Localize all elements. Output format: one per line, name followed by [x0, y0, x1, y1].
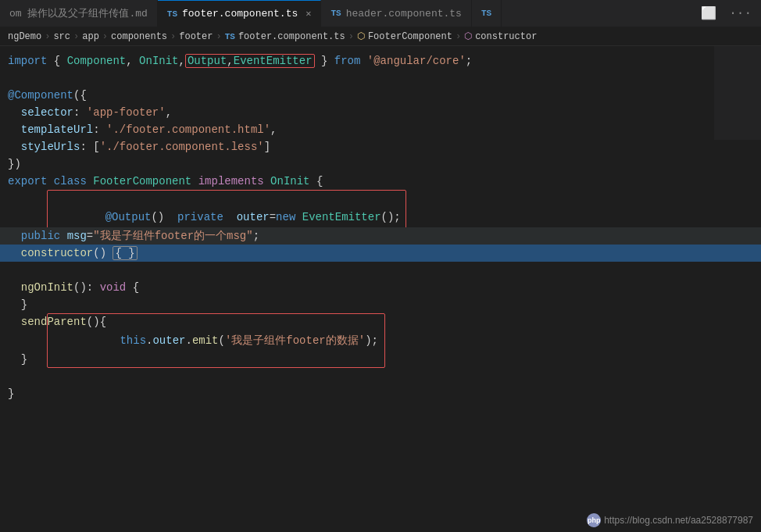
breadcrumb-filename: footer.component.ts: [238, 31, 345, 42]
code-line-blank-4: [0, 368, 761, 385]
breadcrumb-part-3: app: [82, 31, 99, 42]
code-line-component: @Component({: [0, 87, 761, 104]
ts-icon-last: TS: [481, 9, 491, 18]
split-editor-button[interactable]: ⬜: [698, 4, 720, 23]
breadcrumb-part-1: ngDemo: [8, 31, 41, 42]
breadcrumb: ngDemo › src › app › components › footer…: [0, 27, 761, 46]
breadcrumb-class: FooterComponent: [368, 31, 452, 42]
watermark: php https://blog.csdn.net/aa2528877987: [587, 513, 753, 527]
breadcrumb-part-2: src: [53, 31, 70, 42]
tab-header-label: header.component.ts: [346, 8, 462, 20]
code-line-output: @Output() private outer=new EventEmitter…: [0, 209, 761, 226]
code-line-closing: }: [0, 385, 761, 402]
breadcrumb-ts-badge: TS: [225, 32, 235, 41]
code-line-emit: this.outer.emit('我是子组件footer的数据');: [0, 332, 761, 349]
php-badge: php: [587, 513, 601, 527]
breadcrumb-part-5: footer: [179, 31, 213, 42]
more-tabs-button[interactable]: ···: [726, 5, 755, 22]
tab-footer[interactable]: TS footer.component.ts ✕: [158, 0, 322, 27]
code-line-msg: public msg="我是子组件footer的一个msg";: [0, 227, 761, 245]
tab-footer-label: footer.component.ts: [182, 8, 298, 20]
code-line-ngoninit: ngOnInit(): void {: [0, 279, 761, 296]
breadcrumb-part-4: components: [111, 31, 167, 42]
ts-icon-header: TS: [330, 9, 341, 18]
code-area: import { Component, OnInit,Output,EventE…: [0, 46, 761, 532]
tab-md[interactable]: om 操作以及父子组件传值.md: [0, 0, 158, 27]
breadcrumb-class-icon: ⬡: [357, 30, 365, 42]
line-1-content: import { Component, OnInit,Output,EventE…: [0, 52, 472, 70]
breadcrumb-method: constructor: [475, 31, 537, 42]
tab-header[interactable]: TS header.component.ts: [321, 0, 471, 27]
code-line-styleurls: styleUrls: ['./footer.component.less']: [0, 138, 761, 155]
code-line-1: import { Component, OnInit,Output,EventE…: [0, 52, 761, 70]
code-line-component-end: }): [0, 155, 761, 173]
code-line-templateurl: templateUrl: './footer.component.html',: [0, 121, 761, 138]
code-line-blank-3: [0, 262, 761, 279]
tab-last[interactable]: TS: [472, 0, 502, 27]
tab-md-label: om 操作以及父子组件传值.md: [9, 6, 148, 20]
code-line-sendparent-end: }: [0, 351, 761, 368]
tab-bar: om 操作以及父子组件传值.md TS footer.component.ts …: [0, 0, 761, 27]
breadcrumb-method-icon: ⬡: [464, 30, 472, 42]
code-line-selector: selector: 'app-footer',: [0, 104, 761, 121]
tab-actions: ⬜ ···: [698, 4, 761, 23]
watermark-url: https://blog.csdn.net/aa2528877987: [604, 515, 753, 526]
tab-footer-close[interactable]: ✕: [305, 8, 311, 20]
code-line-blank-1: [0, 70, 761, 87]
code-line-constructor: constructor() { }: [0, 245, 761, 262]
ts-icon-footer: TS: [167, 9, 177, 19]
